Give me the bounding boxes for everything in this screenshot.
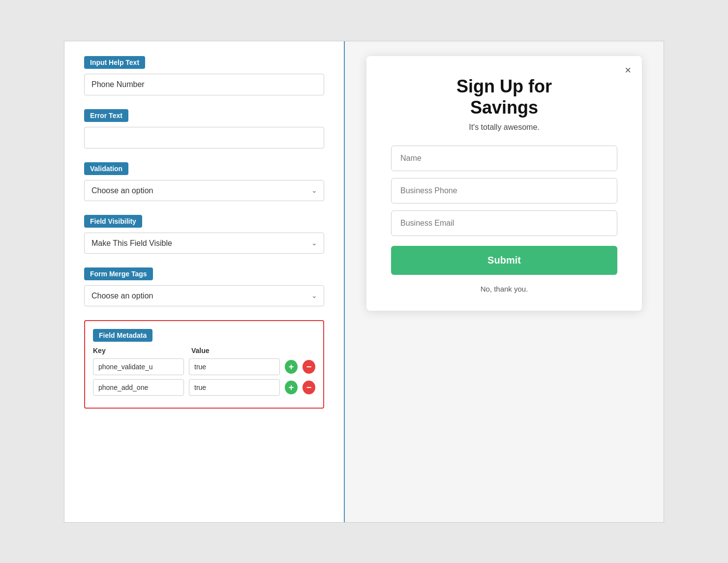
add-metadata-row-button-1[interactable]: +: [285, 360, 298, 374]
metadata-key-input-2[interactable]: [93, 379, 184, 396]
input-help-text-field[interactable]: [84, 74, 324, 95]
metadata-header: Key Value: [93, 347, 315, 355]
field-visibility-select[interactable]: Make This Field Visible Hide This Field …: [84, 233, 324, 254]
close-button[interactable]: ×: [625, 65, 631, 76]
metadata-row: + −: [93, 358, 315, 375]
business-email-field[interactable]: [391, 210, 617, 236]
no-thanks-text: No, thank you.: [391, 285, 617, 293]
main-container: Input Help Text Error Text Validation Ch…: [64, 41, 664, 523]
modal-card: × Sign Up for Savings It's totally aweso…: [366, 56, 642, 311]
name-field[interactable]: [391, 146, 617, 171]
field-metadata-label: Field Metadata: [93, 329, 152, 342]
right-panel: × Sign Up for Savings It's totally aweso…: [345, 41, 664, 522]
error-text-section: Error Text: [84, 109, 324, 148]
metadata-value-input-1[interactable]: [189, 358, 280, 375]
input-help-text-label: Input Help Text: [84, 56, 145, 69]
error-text-field[interactable]: [84, 127, 324, 148]
form-merge-tags-select[interactable]: Choose an option: [84, 285, 324, 306]
metadata-value-input-2[interactable]: [189, 379, 280, 396]
field-visibility-section: Field Visibility Make This Field Visible…: [84, 215, 324, 254]
remove-metadata-row-button-2[interactable]: −: [303, 381, 315, 394]
business-phone-field[interactable]: [391, 178, 617, 204]
form-merge-tags-select-wrapper: Choose an option ⌄: [84, 285, 324, 306]
submit-button[interactable]: Submit: [391, 246, 617, 275]
value-column-header: Value: [191, 347, 285, 355]
validation-label: Validation: [84, 162, 128, 175]
metadata-table: Key Value + − + −: [93, 347, 315, 396]
form-merge-tags-section: Form Merge Tags Choose an option ⌄: [84, 267, 324, 306]
modal-subtitle: It's totally awesome.: [391, 123, 617, 132]
add-metadata-row-button-2[interactable]: +: [285, 381, 298, 394]
metadata-key-input-1[interactable]: [93, 358, 184, 375]
metadata-row: + −: [93, 379, 315, 396]
error-text-label: Error Text: [84, 109, 128, 122]
validation-select-wrapper: Choose an option Required Email Phone Nu…: [84, 180, 324, 201]
title-line2: Savings: [470, 97, 538, 118]
input-help-text-section: Input Help Text: [84, 56, 324, 95]
modal-title: Sign Up for Savings: [391, 76, 617, 118]
left-panel: Input Help Text Error Text Validation Ch…: [64, 41, 345, 522]
remove-metadata-row-button-1[interactable]: −: [303, 360, 315, 374]
validation-section: Validation Choose an option Required Ema…: [84, 162, 324, 201]
field-visibility-select-wrapper: Make This Field Visible Hide This Field …: [84, 233, 324, 254]
title-line1: Sign Up for: [456, 76, 552, 96]
form-merge-tags-label: Form Merge Tags: [84, 267, 153, 280]
key-column-header: Key: [93, 347, 186, 355]
validation-select[interactable]: Choose an option Required Email Phone Nu…: [84, 180, 324, 201]
field-metadata-section: Field Metadata Key Value + − +: [84, 320, 324, 409]
field-visibility-label: Field Visibility: [84, 215, 142, 228]
